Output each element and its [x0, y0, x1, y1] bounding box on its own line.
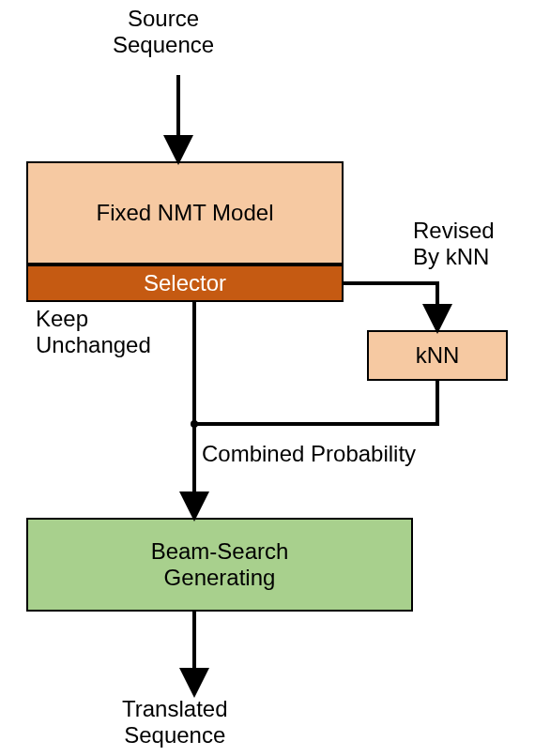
beam-search-label: Beam-Search Generating	[151, 538, 289, 590]
fixed-nmt-label: Fixed NMT Model	[97, 200, 274, 226]
arrow-selector-to-knn	[344, 283, 437, 326]
knn-label: kNN	[416, 342, 460, 369]
connector-knn-to-join	[194, 381, 437, 424]
fixed-nmt-box: Fixed NMT Model	[26, 161, 344, 265]
combined-probability-label: Combined Probability	[202, 441, 416, 467]
knn-box: kNN	[367, 330, 508, 381]
selector-label: Selector	[144, 270, 226, 296]
beam-search-box: Beam-Search Generating	[26, 518, 413, 612]
source-sequence-label: Source Sequence	[113, 6, 214, 57]
junction-dot	[191, 420, 198, 428]
keep-unchanged-label: Keep Unchanged	[36, 306, 151, 357]
translated-sequence-label: Translated Sequence	[122, 696, 228, 748]
selector-box: Selector	[26, 265, 344, 302]
revised-by-knn-label: Revised By kNN	[413, 218, 495, 269]
